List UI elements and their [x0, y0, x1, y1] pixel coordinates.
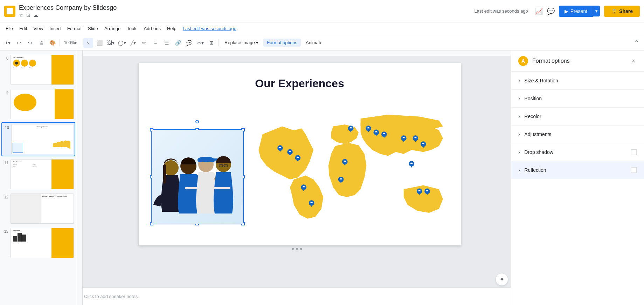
paint-format-button[interactable]: 🎨 — [48, 38, 57, 48]
slide-preview-11: Our Services MercuryVenusMars SaturnNept… — [11, 159, 74, 189]
star-icon[interactable]: ☆ — [19, 12, 23, 18]
present-dropdown-button[interactable]: ▾ — [593, 6, 600, 16]
share-button[interactable]: 🔒 Share — [604, 6, 640, 17]
menu-tools[interactable]: Tools — [124, 25, 140, 33]
menu-view[interactable]: View — [30, 25, 46, 33]
drop-shadow-checkbox[interactable] — [631, 149, 637, 155]
slide-num-13: 13 — [3, 228, 8, 233]
slide-num-8: 8 — [3, 55, 8, 60]
speaker-notes[interactable]: Click to add speaker notes — [77, 287, 511, 305]
select-tool[interactable]: ↖ — [83, 38, 93, 48]
doc-title[interactable]: Experiences Company by Slidesgo — [19, 4, 475, 12]
zoom-button[interactable]: 100%▾ — [62, 38, 79, 48]
slide-thumb-12[interactable]: 12 A Picture is Worth a Thousand Words — [1, 192, 75, 225]
format-option-reflection[interactable]: › Reflection — [511, 161, 644, 179]
slide-preview-8: Our Philosophy Mission Vision Values — [11, 55, 74, 85]
format-panel-icon: A — [518, 56, 528, 66]
add-to-slide-button[interactable]: ✦ — [496, 273, 508, 286]
add-icon[interactable]: ✦ — [496, 273, 508, 286]
image-selection[interactable] — [151, 129, 244, 224]
print-button[interactable]: 🖨 — [36, 38, 46, 48]
svg-rect-57 — [198, 158, 215, 162]
world-map-svg — [251, 102, 447, 245]
present-icon: ▶ — [565, 8, 568, 14]
scroll-bottom — [133, 245, 461, 252]
slide-thumb-9[interactable]: 9 — [1, 88, 75, 121]
slide-thumb-8[interactable]: 8 Our Philosophy Mis — [1, 53, 75, 86]
mask-tool[interactable]: ⊞ — [207, 38, 216, 48]
align-center-tool[interactable]: ☰ — [162, 38, 172, 48]
text-box-tool[interactable]: ⬜ — [95, 38, 104, 48]
slide-preview-12: A Picture is Worth a Thousand Words — [11, 194, 74, 224]
chevron-reflection-icon: › — [518, 167, 520, 173]
menu-insert[interactable]: Insert — [47, 25, 64, 33]
pen-tool[interactable]: ✏ — [139, 38, 149, 48]
undo-button[interactable]: ↩ — [14, 38, 24, 48]
slide-thumb-11[interactable]: 11 Our Services MercuryVenusMars SaturnN… — [1, 158, 75, 191]
slide-thumb-10[interactable]: 10 Our Experiences — [1, 122, 75, 156]
app-icon-inner — [7, 8, 13, 14]
cloud-icon[interactable]: ☁ — [33, 12, 38, 18]
menu-addons[interactable]: Add-ons — [141, 25, 164, 33]
menu-arrange[interactable]: Arrange — [102, 25, 123, 33]
toolbar-sep-3 — [219, 39, 219, 46]
size-rotation-label: Size & Rotation — [524, 78, 637, 83]
notes-placeholder[interactable]: Click to add speaker notes — [84, 294, 138, 299]
replace-image-button[interactable]: Replace image ▾ — [221, 39, 262, 47]
shape-tool[interactable]: ◯▾ — [117, 38, 127, 48]
canvas-dot-3 — [300, 248, 302, 250]
app-icon[interactable] — [4, 6, 15, 17]
main-layout: 8 Our Philosophy Mis — [0, 50, 644, 305]
canvas-dot-2 — [296, 248, 298, 250]
redo-button[interactable]: ↪ — [25, 38, 35, 48]
comment-icon[interactable]: 💬 — [547, 7, 555, 15]
toolbar-sep-1 — [60, 39, 60, 46]
rotate-handle[interactable] — [195, 120, 199, 123]
slide-num-12: 12 — [3, 194, 8, 199]
link-tool[interactable]: 🔗 — [173, 38, 183, 48]
add-button[interactable]: +▾ — [3, 38, 13, 48]
menu-help[interactable]: Help — [164, 25, 179, 33]
chevron-size-icon: › — [518, 77, 520, 84]
format-option-recolor[interactable]: › Recolor — [511, 108, 644, 126]
slide-preview-10: Our Experiences — [11, 124, 73, 154]
format-option-drop-shadow[interactable]: › Drop shadow — [511, 143, 644, 161]
comment-tool[interactable]: 💬 — [184, 38, 194, 48]
align-left-tool[interactable]: ≡ — [151, 38, 160, 48]
menu-slide[interactable]: Slide — [85, 25, 101, 33]
trend-icon[interactable]: 📈 — [535, 7, 543, 15]
format-icon-label: A — [521, 58, 525, 64]
menu-file[interactable]: File — [3, 25, 16, 33]
collapse-toolbar-button[interactable]: ⌃ — [631, 38, 641, 48]
crop-tool[interactable]: ✂▾ — [195, 38, 205, 48]
toolbar-sep-2 — [81, 39, 81, 46]
recolor-label: Recolor — [524, 114, 637, 119]
format-panel-close-button[interactable]: × — [629, 56, 638, 66]
svg-rect-53 — [163, 164, 166, 184]
last-edit-menu-link[interactable]: Last edit was seconds ago — [183, 26, 236, 31]
format-options-button[interactable]: Format options — [263, 39, 301, 47]
present-button[interactable]: ▶ Present — [559, 6, 593, 17]
top-right-actions: Last edit was seconds ago 📈 💬 ▶ Present … — [475, 6, 640, 17]
image-tool[interactable]: 🖼▾ — [106, 38, 116, 48]
horizontal-ruler — [77, 50, 511, 56]
menu-edit[interactable]: Edit — [16, 25, 30, 33]
reflection-checkbox[interactable] — [631, 167, 637, 173]
format-option-size-rotation[interactable]: › Size & Rotation — [511, 72, 644, 90]
animate-button[interactable]: Animate — [302, 39, 326, 47]
slide-canvas[interactable]: Our Experiences — [139, 63, 461, 245]
format-panel-header: A Format options × — [511, 50, 644, 72]
format-option-position[interactable]: › Position — [511, 90, 644, 108]
top-bar: Experiences Company by Slidesgo ☆ ⊡ ☁ La… — [0, 0, 644, 22]
folder-icon[interactable]: ⊡ — [26, 12, 30, 18]
line-tool[interactable]: ╱▾ — [128, 38, 138, 48]
chevron-recolor-icon: › — [518, 113, 520, 120]
menu-format[interactable]: Format — [64, 25, 84, 33]
svg-rect-63 — [185, 187, 230, 189]
position-label: Position — [524, 96, 637, 101]
canvas-area: Our Experiences — [77, 50, 511, 305]
people-image — [152, 130, 243, 224]
slide-thumb-13[interactable]: 13 Bestsellers — [1, 226, 75, 259]
present-label: Present — [570, 8, 587, 14]
format-option-adjustments[interactable]: › Adjustments — [511, 126, 644, 143]
